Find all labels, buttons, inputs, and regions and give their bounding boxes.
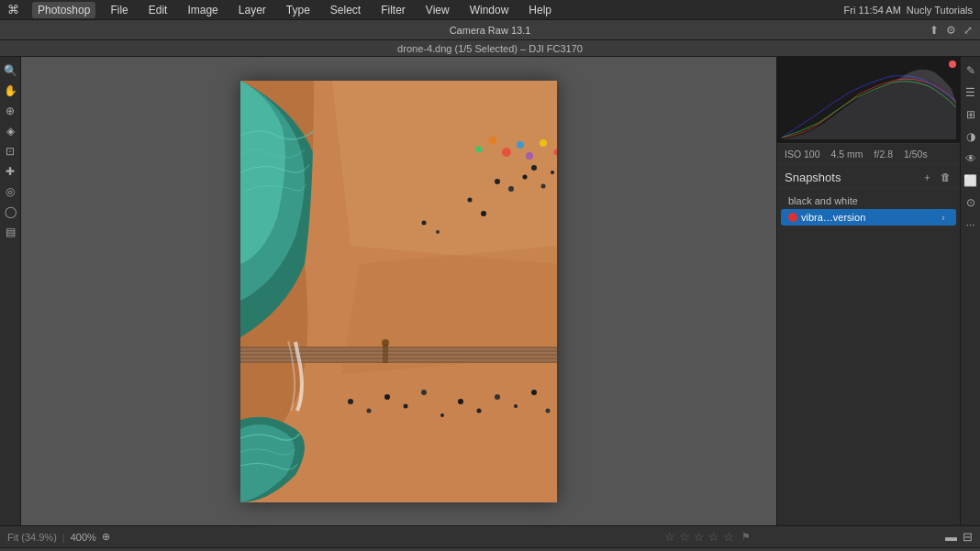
snapshots-panel: Snapshots ＋ 🗑 black and white vibra…vers… <box>777 164 960 525</box>
flag-icon[interactable]: ⚑ <box>741 531 751 543</box>
svg-point-16 <box>502 148 511 157</box>
exif-aperture: f/2.8 <box>874 149 893 160</box>
menu-item-image[interactable]: Image <box>182 2 223 18</box>
bottom-bar: Fit (34.9%) | 400% ⊕ ☆ ☆ ☆ ☆ ☆ ⚑ ▬ ⊟ <box>0 525 980 547</box>
expand-icon[interactable]: ⤢ <box>963 24 973 37</box>
star-1[interactable]: ☆ <box>664 530 675 544</box>
copy-settings-icon[interactable]: ⊙ <box>963 194 979 211</box>
svg-point-32 <box>477 408 482 413</box>
ps-title: Camera Raw 13.1 <box>450 25 531 36</box>
left-tools-panel: 🔍 ✋ ⊕ ◈ ⊡ ✚ ◎ ◯ ▤ <box>0 57 21 525</box>
svg-point-30 <box>440 413 444 417</box>
exif-bar: ISO 100 4.5 mm f/2.8 1/50s <box>777 144 960 164</box>
menu-time: Fri 11:54 AM <box>844 5 901 16</box>
svg-point-26 <box>367 408 372 413</box>
add-snapshot-button[interactable]: ＋ <box>919 170 934 184</box>
menu-item-view[interactable]: View <box>420 2 455 18</box>
svg-rect-23 <box>383 345 388 363</box>
histogram-area <box>777 57 960 144</box>
menu-item-help[interactable]: Help <box>523 2 557 18</box>
svg-point-14 <box>422 220 427 225</box>
menu-item-layer[interactable]: Layer <box>233 2 272 18</box>
menu-item-window[interactable]: Window <box>464 2 515 18</box>
svg-point-7 <box>508 186 514 192</box>
settings-icon[interactable]: ⚙ <box>946 24 956 37</box>
menu-item-photoshop[interactable]: Photoshop <box>32 2 95 18</box>
svg-point-27 <box>384 394 390 400</box>
svg-point-11 <box>468 197 473 202</box>
zoom-label: 400% <box>71 532 96 543</box>
snapshot-bw-label: black and white <box>788 195 858 206</box>
snapshots-header: Snapshots ＋ 🗑 <box>777 164 960 189</box>
snapshot-item-vibra[interactable]: vibra…version › <box>781 209 956 226</box>
red-eye-icon[interactable]: ◎ <box>2 183 18 200</box>
menu-item-filter[interactable]: Filter <box>375 2 411 18</box>
svg-point-28 <box>404 403 408 408</box>
bottom-right: ▬ ⊟ <box>945 530 973 544</box>
star-3[interactable]: ☆ <box>694 530 705 544</box>
main-container: 🔍 ✋ ⊕ ◈ ⊡ ✚ ◎ ◯ ▤ <box>0 57 980 525</box>
split-view-icon[interactable]: ⊟ <box>963 530 973 544</box>
svg-point-10 <box>541 183 546 188</box>
menu-bar-right: Fri 11:54 AM Nucly Tutorials <box>844 5 974 16</box>
right-icons-panel: ✎ ☰ ⊞ ◑ 👁 ⬜ ⊙ ··· <box>960 57 980 525</box>
file-title-bar: drone-4.dng (1/5 Selected) – DJI FC3170 <box>0 40 980 57</box>
exif-iso: ISO 100 <box>785 149 820 160</box>
snapshot-item-bw[interactable]: black and white <box>781 193 956 209</box>
menu-item-select[interactable]: Select <box>325 2 366 18</box>
svg-point-35 <box>531 390 537 395</box>
radial-filter-icon[interactable]: ◯ <box>2 204 18 220</box>
svg-point-21 <box>540 139 547 147</box>
film-icon[interactable]: ⬜ <box>963 172 979 189</box>
bottom-center: ☆ ☆ ☆ ☆ ☆ ⚑ <box>476 530 938 544</box>
svg-point-25 <box>348 399 353 404</box>
healing-icon[interactable]: ✚ <box>2 163 18 180</box>
snapshots-title: Snapshots <box>785 171 841 184</box>
right-panel: ISO 100 4.5 mm f/2.8 1/50s Snapshots ＋ 🗑… <box>776 57 960 525</box>
color-mixer-icon[interactable]: ⊞ <box>963 106 979 123</box>
menu-item-file[interactable]: File <box>105 2 133 18</box>
drone-image <box>240 81 557 502</box>
svg-point-8 <box>523 174 528 179</box>
hand-tool-icon[interactable]: ✋ <box>2 83 18 99</box>
footer-bar: Adobe RGB (1998) – 8 bit – 3000 x 4000 (… <box>0 547 980 551</box>
svg-point-12 <box>481 211 486 216</box>
zoom-tool-icon[interactable]: 🔍 <box>2 62 18 79</box>
share-icon[interactable]: ⬆ <box>930 24 939 37</box>
svg-point-24 <box>382 339 389 347</box>
filmstrip-view-icon[interactable]: ▬ <box>945 530 957 544</box>
menu-item-edit[interactable]: Edit <box>143 2 173 18</box>
menu-bar-left: ⌘ Photoshop File Edit Image Layer Type S… <box>7 2 557 18</box>
histogram-warning-icon <box>949 61 956 68</box>
svg-point-6 <box>495 179 500 184</box>
svg-point-9 <box>531 165 537 171</box>
star-4[interactable]: ☆ <box>708 530 719 544</box>
delete-snapshot-button[interactable]: 🗑 <box>938 170 952 184</box>
file-title: drone-4.dng (1/5 Selected) – DJI FC3170 <box>397 43 583 54</box>
snapshot-vibra-label: vibra…version <box>801 212 865 223</box>
star-5[interactable]: ☆ <box>723 530 734 544</box>
ps-toolbar-icons: ⬆ ⚙ ⤢ <box>930 24 973 37</box>
star-2[interactable]: ☆ <box>679 530 690 544</box>
svg-point-19 <box>526 152 533 160</box>
eye-icon[interactable]: 👁 <box>963 150 979 167</box>
snapshot-list: black and white vibra…version › <box>777 189 960 525</box>
grad-filter-icon[interactable]: ▤ <box>2 224 18 240</box>
menu-item-type[interactable]: Type <box>281 2 316 18</box>
svg-point-18 <box>489 136 497 144</box>
menu-bar: ⌘ Photoshop File Edit Image Layer Type S… <box>0 0 980 20</box>
canvas-area <box>21 57 776 525</box>
color-sampler-icon[interactable]: ◈ <box>2 123 18 139</box>
more-options-icon[interactable]: ··· <box>963 216 979 233</box>
details-icon[interactable]: ☰ <box>963 84 979 101</box>
exif-focal: 4.5 mm <box>831 149 863 160</box>
bottom-left: Fit (34.9%) | 400% ⊕ <box>7 531 469 543</box>
edit-icon[interactable]: ✎ <box>963 62 979 79</box>
snapshot-red-dot-icon <box>788 213 797 222</box>
crop-tool-icon[interactable]: ⊡ <box>2 143 18 160</box>
tone-curve-icon[interactable]: ◑ <box>963 128 979 145</box>
apple-logo-icon[interactable]: ⌘ <box>7 3 19 17</box>
svg-point-33 <box>495 394 500 400</box>
white-balance-icon[interactable]: ⊕ <box>2 103 18 119</box>
zoom-adjust-icon[interactable]: ⊕ <box>102 531 110 543</box>
